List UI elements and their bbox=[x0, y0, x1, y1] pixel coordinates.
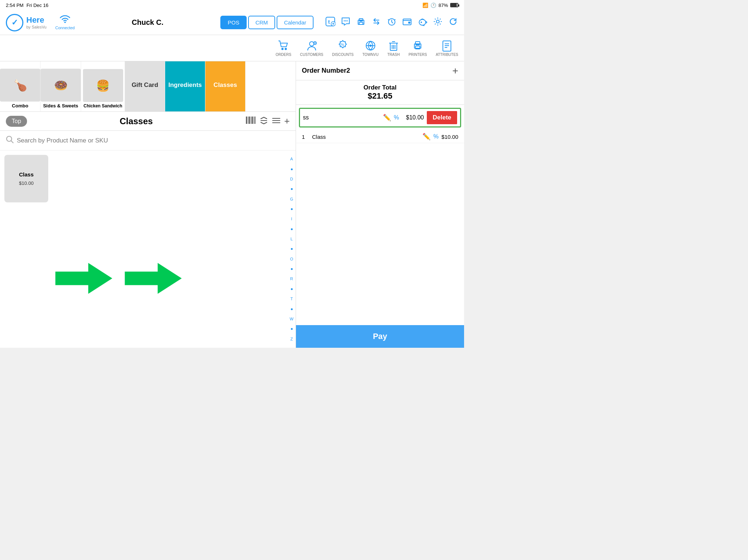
savings-icon[interactable] bbox=[417, 16, 428, 29]
wifi-connected-area: Connected bbox=[55, 15, 75, 30]
chat-icon[interactable] bbox=[341, 16, 351, 29]
reload-icon[interactable] bbox=[448, 16, 458, 29]
alpha-dot-7 bbox=[291, 288, 293, 290]
svg-point-18 bbox=[310, 42, 314, 46]
alarm-icon[interactable] bbox=[387, 16, 397, 29]
discounts-label: DISCOUNTS bbox=[332, 53, 354, 57]
combo-label: Combo bbox=[12, 103, 29, 108]
svg-text:%: % bbox=[341, 42, 344, 47]
green-arrow-1 bbox=[55, 260, 113, 297]
wallet-icon[interactable] bbox=[402, 16, 412, 29]
user-name: Chuck C. bbox=[80, 18, 214, 27]
svg-rect-8 bbox=[359, 22, 363, 24]
svg-point-14 bbox=[421, 22, 422, 23]
svg-point-12 bbox=[409, 22, 410, 23]
alpha-r[interactable]: R bbox=[290, 277, 293, 281]
tab-crm[interactable]: CRM bbox=[248, 16, 275, 29]
cart-icon bbox=[277, 39, 290, 52]
order-header: Order Number2 + bbox=[296, 61, 464, 80]
receipt-printer-icon[interactable] bbox=[356, 16, 366, 29]
percent-icon[interactable]: % bbox=[394, 114, 399, 121]
alpha-o[interactable]: O bbox=[290, 257, 293, 262]
highlighted-order-item[interactable]: ss ✏️ % $10.00 Delete bbox=[299, 108, 461, 127]
sub-percent-icon[interactable]: % bbox=[433, 133, 438, 140]
right-panel: Order Number2 + Order Total $21.65 ss ✏️… bbox=[296, 61, 464, 348]
delete-item-button[interactable]: Delete bbox=[427, 111, 457, 124]
t-settings-icon[interactable]: t bbox=[325, 16, 335, 29]
status-bar: 2:54 PM Fri Dec 16 📶 🕐 87% bbox=[0, 0, 464, 10]
printers-button[interactable]: PRINTERS bbox=[409, 39, 427, 57]
status-time: 2:54 PM bbox=[6, 3, 23, 8]
attributes-button[interactable]: ATTRIBUTES bbox=[436, 39, 458, 57]
here-logo-text: Here bbox=[26, 16, 46, 24]
attributes-icon bbox=[441, 39, 453, 52]
alpha-d[interactable]: D bbox=[290, 177, 293, 182]
alpha-i[interactable]: I bbox=[291, 217, 292, 221]
alpha-a[interactable]: A bbox=[290, 157, 293, 161]
transfer-icon[interactable] bbox=[371, 16, 381, 29]
product-card-class[interactable]: Class $10.00 bbox=[4, 155, 48, 202]
checkmark-icon: ✓ bbox=[11, 18, 18, 27]
svg-point-3 bbox=[344, 20, 345, 21]
logo-circle: ✓ bbox=[6, 14, 23, 31]
classes-label: Classes bbox=[213, 81, 237, 89]
alpha-g[interactable]: G bbox=[290, 197, 293, 202]
green-arrows-overlay bbox=[55, 260, 183, 297]
add-product-button[interactable]: + bbox=[284, 115, 290, 127]
battery-percent: 87% bbox=[438, 3, 448, 8]
discounts-button[interactable]: % DISCOUNTS bbox=[332, 39, 354, 57]
svg-marker-52 bbox=[124, 262, 183, 295]
category-tab-chicken[interactable]: 🍔 Chicken Sandwich bbox=[81, 61, 125, 111]
giftcard-label: Gift Card bbox=[132, 81, 158, 89]
svg-point-17 bbox=[285, 48, 286, 50]
barcode-icon[interactable] bbox=[246, 116, 256, 126]
category-tab-combo[interactable]: 🍗 Combo bbox=[0, 61, 41, 111]
combo-image: 🍗 bbox=[0, 69, 40, 102]
order-title: Order Number2 bbox=[302, 67, 350, 75]
tab-pos[interactable]: POS bbox=[220, 16, 247, 29]
action-icon-toolbar: ORDERS CUSTOMERS % DISCOUNTS TOWNVU bbox=[0, 35, 464, 61]
add-order-button[interactable]: + bbox=[452, 66, 458, 76]
green-arrow-2 bbox=[124, 260, 183, 297]
salesvu-logo-text: by SalesVu bbox=[26, 25, 46, 29]
sides-image: 🍩 bbox=[41, 69, 81, 102]
sort-icon[interactable] bbox=[259, 117, 268, 126]
svg-rect-43 bbox=[254, 117, 254, 124]
settings-icon[interactable] bbox=[433, 16, 443, 29]
alpha-z[interactable]: Z bbox=[291, 337, 293, 342]
top-button[interactable]: Top bbox=[6, 116, 27, 127]
tab-calendar[interactable]: Calendar bbox=[277, 16, 314, 29]
townvu-button[interactable]: TOWNVU bbox=[362, 39, 379, 57]
svg-text:t: t bbox=[328, 19, 330, 25]
svg-rect-42 bbox=[252, 117, 253, 124]
logo-area: ✓ Here by SalesVu bbox=[6, 14, 46, 31]
sub-item-name: Class bbox=[312, 134, 419, 140]
customers-button[interactable]: CUSTOMERS bbox=[300, 39, 323, 57]
order-total-amount: $21.65 bbox=[302, 91, 458, 101]
chicken-image: 🍔 bbox=[83, 69, 123, 102]
alpha-t[interactable]: T bbox=[291, 297, 293, 301]
sub-edit-icon[interactable]: ✏️ bbox=[422, 133, 430, 141]
alpha-w[interactable]: W bbox=[290, 317, 293, 321]
product-grid-container: Class $10.00 A D G I bbox=[0, 151, 296, 348]
search-input[interactable] bbox=[17, 137, 290, 144]
pay-button[interactable]: Pay bbox=[296, 325, 464, 348]
alpha-l[interactable]: L bbox=[291, 237, 293, 241]
category-tabs: 🍗 Combo 🍩 Sides & Sweets 🍔 Chicken Sandw… bbox=[0, 61, 296, 112]
category-tab-giftcard[interactable]: Gift Card bbox=[125, 61, 165, 111]
category-tab-sides[interactable]: 🍩 Sides & Sweets bbox=[41, 61, 81, 111]
logo-text: Here by SalesVu bbox=[26, 16, 46, 29]
svg-point-16 bbox=[282, 48, 283, 50]
edit-item-icon[interactable]: ✏️ bbox=[383, 114, 391, 122]
category-tab-ingredients[interactable]: Ingredients bbox=[165, 61, 205, 111]
orders-button[interactable]: ORDERS bbox=[276, 39, 291, 57]
product-grid: Class $10.00 bbox=[0, 151, 296, 207]
trash-button[interactable]: TRASH bbox=[387, 39, 400, 57]
menu-icon[interactable] bbox=[272, 117, 281, 126]
clock-icon: 🕐 bbox=[430, 3, 436, 8]
alpha-dot-5 bbox=[291, 248, 293, 250]
svg-rect-38 bbox=[246, 117, 247, 124]
product-area-title: Classes bbox=[31, 116, 241, 126]
category-tab-classes[interactable]: Classes bbox=[205, 61, 246, 111]
svg-line-50 bbox=[11, 141, 14, 143]
